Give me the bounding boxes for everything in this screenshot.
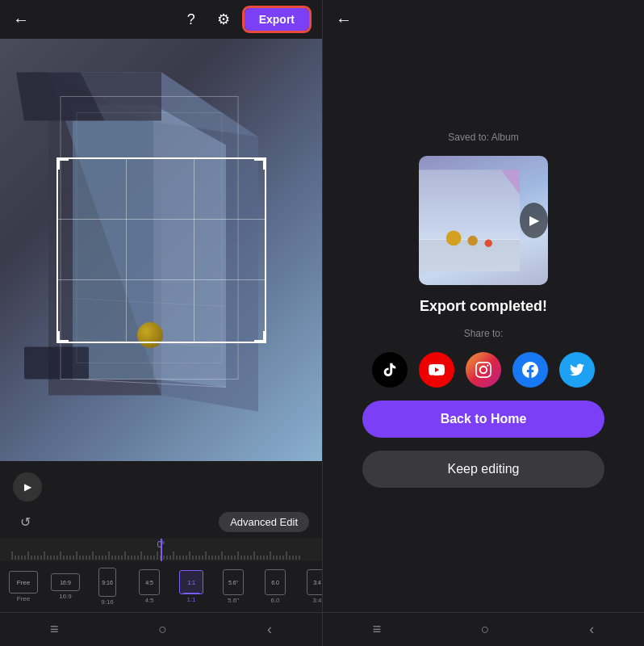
share-youtube-button[interactable]	[419, 352, 454, 388]
crop-corner-tr	[254, 158, 266, 170]
export-complete-content: Saved to: Album	[346, 6, 621, 612]
right-nav-menu-icon[interactable]: ≡	[373, 621, 382, 638]
aspect-6-0[interactable]: 6.0 6.0	[257, 569, 294, 604]
aspect-16-9-icon: 16:9	[51, 573, 80, 591]
left-nav-home-icon[interactable]: ○	[158, 621, 167, 638]
share-to-label: Share to:	[464, 328, 504, 339]
grid-line-h2	[58, 279, 265, 280]
crop-frame	[56, 157, 266, 343]
reset-button[interactable]: ↺	[13, 510, 37, 534]
share-twitter-button[interactable]	[559, 352, 595, 388]
left-nav-back-icon[interactable]: ‹	[267, 621, 272, 638]
right-nav-home-icon[interactable]: ○	[481, 621, 490, 638]
grid-line-v2	[194, 159, 194, 342]
aspect-free[interactable]: Free Free	[5, 571, 42, 602]
aspect-1-1[interactable]: 1:1 1:1	[173, 570, 210, 603]
share-tiktok-button[interactable]	[372, 352, 408, 388]
left-nav-menu-icon[interactable]: ≡	[50, 621, 59, 638]
settings-icon[interactable]: ⚙	[212, 8, 235, 31]
instagram-icon	[475, 362, 491, 378]
aspect-5-6[interactable]: 5.6" 5.6"	[215, 569, 252, 604]
back-to-home-button[interactable]: Back to Home	[362, 401, 604, 438]
help-icon[interactable]: ?	[180, 8, 203, 31]
top-bar-center: ? ⚙ Export	[180, 8, 309, 31]
aspect-9-16-label: 9:16	[101, 598, 114, 606]
advanced-edit-button[interactable]: Advanced Edit	[219, 512, 309, 532]
share-instagram-button[interactable]	[466, 352, 501, 388]
saved-to-label: Saved to: Album	[448, 132, 518, 143]
aspect-4-5-label: 4:5	[144, 597, 153, 604]
back-arrow-icon[interactable]: ←	[13, 10, 29, 29]
svg-point-107	[467, 235, 478, 245]
grid-line-v1	[126, 159, 127, 342]
play-button[interactable]: ▶	[13, 472, 42, 501]
aspect-1-1-icon: 1:1	[179, 570, 203, 594]
aspect-free-icon: Free	[9, 571, 38, 594]
export-button[interactable]: Export	[245, 8, 309, 31]
left-panel: ← ? ⚙ Export	[0, 0, 322, 646]
top-bar: ← ? ⚙ Export	[0, 0, 322, 39]
video-thumbnail: ▶	[419, 156, 548, 285]
grid-line-h1	[58, 219, 265, 220]
tiktok-icon	[382, 362, 398, 378]
thumbnail-play-overlay[interactable]: ▶	[520, 203, 548, 238]
svg-point-108	[485, 239, 492, 246]
playback-row: ▶	[0, 468, 322, 506]
keep-editing-button[interactable]: Keep editing	[362, 451, 604, 488]
crop-corner-bl	[57, 331, 69, 342]
aspect-5-6-label: 5.6"	[228, 597, 239, 604]
timeline-ruler[interactable]: 0° (function() { var svg = document.curr…	[0, 539, 322, 561]
right-nav-back-icon[interactable]: ‹	[589, 621, 594, 638]
svg-point-106	[446, 230, 462, 245]
video-preview	[0, 39, 322, 461]
aspect-6-0-label: 6.0	[270, 597, 279, 604]
export-completed-text: Export completed!	[420, 298, 547, 315]
facebook-icon	[522, 362, 538, 378]
aspect-4-5-icon: 4:5	[139, 569, 160, 595]
top-bar-left: ←	[13, 10, 29, 29]
aspect-16-9[interactable]: 16:9 16:9	[47, 573, 84, 600]
aspect-1-1-label: 1:1	[186, 596, 195, 603]
advanced-edit-row: ↺ Advanced Edit	[0, 506, 322, 539]
aspect-4-5[interactable]: 4:5 4:5	[131, 569, 168, 604]
aspect-3-4[interactable]: 3:4 3:4	[299, 569, 322, 604]
left-bottom-nav: ≡ ○ ‹	[0, 612, 322, 646]
aspect-5-6-icon: 5.6"	[223, 569, 244, 595]
aspect-9-16[interactable]: 9:16 9:16	[89, 568, 126, 606]
aspect-6-0-icon: 6.0	[265, 569, 286, 595]
right-bottom-nav: ≡ ○ ‹	[323, 612, 644, 646]
aspect-3-4-icon: 3:4	[307, 569, 322, 595]
aspect-9-16-icon: 9:16	[98, 568, 116, 597]
aspect-free-label: Free	[17, 595, 30, 602]
ruler-center-line	[161, 539, 162, 561]
share-icons-row	[372, 352, 595, 388]
aspect-16-9-label: 16:9	[59, 593, 72, 600]
bottom-controls: ▶ ↺ Advanced Edit 0° (function() { var s…	[0, 461, 322, 646]
crop-corner-tl	[57, 158, 69, 170]
thumbnail-svg	[419, 156, 520, 285]
aspect-3-4-label: 3:4	[312, 597, 321, 604]
aspect-ratio-row: Free Free 16:9 16:9 9:16 9:16 4:5 4:5 1:…	[0, 561, 322, 612]
crop-corner-br	[254, 331, 266, 342]
right-panel: ← Saved to: Album	[323, 0, 644, 646]
video-background	[0, 39, 322, 461]
youtube-icon	[429, 362, 445, 378]
share-facebook-button[interactable]	[512, 352, 548, 388]
twitter-icon	[570, 363, 584, 377]
